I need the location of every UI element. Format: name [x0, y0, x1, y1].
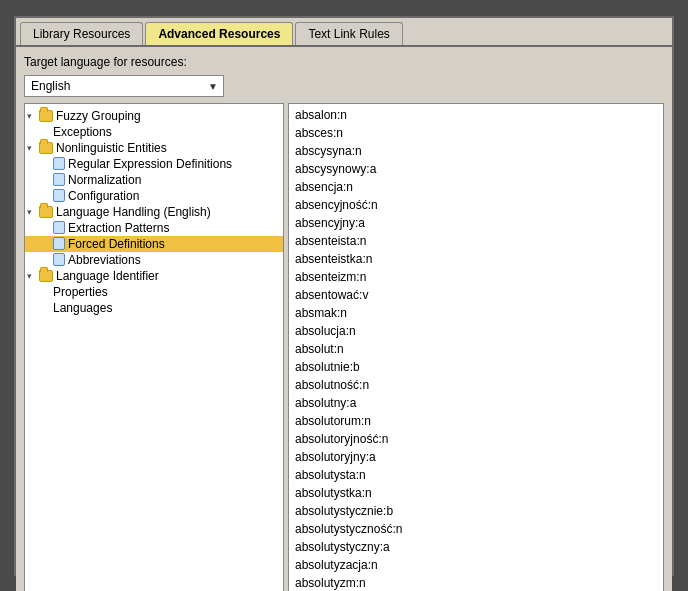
folder-icon-langident — [39, 270, 53, 282]
tree-item-fuzzy[interactable]: ▾ Fuzzy Grouping — [25, 108, 283, 124]
language-select-row: English ▼ — [24, 75, 664, 97]
doc-icon-abbrev — [53, 253, 65, 266]
list-item: absenteistka:n — [293, 250, 659, 268]
list-item: absolut:n — [293, 340, 659, 358]
tree-item-nonling[interactable]: ▾ Nonlinguistic Entities — [25, 140, 283, 156]
tab-textlink[interactable]: Text Link Rules — [295, 22, 402, 45]
list-item: absolutystka:n — [293, 484, 659, 502]
list-item: absencyjność:n — [293, 196, 659, 214]
tree-item-langident[interactable]: ▾ Language Identifier — [25, 268, 283, 284]
list-item: absolutystyczność:n — [293, 520, 659, 538]
doc-icon-config — [53, 189, 65, 202]
list-item: absolutystycznie:b — [293, 502, 659, 520]
tree-item-abbrev[interactable]: Abbreviations — [25, 252, 283, 268]
doc-icon-extraction — [53, 221, 65, 234]
tree-item-langhandling[interactable]: ▾ Language Handling (English) — [25, 204, 283, 220]
language-select[interactable]: English — [24, 75, 224, 97]
tree-label-regex: Regular Expression Definitions — [68, 157, 232, 171]
tree-label-extraction: Extraction Patterns — [68, 221, 169, 235]
list-item: abscysyna:n — [293, 142, 659, 160]
folder-icon-fuzzy — [39, 110, 53, 122]
language-label: Target language for resources: — [24, 55, 187, 69]
doc-icon-regex — [53, 157, 65, 170]
list-item: absolutyzacja:n — [293, 556, 659, 574]
tree-label-properties: Properties — [53, 285, 108, 299]
tree-label-config: Configuration — [68, 189, 139, 203]
tree-item-extraction[interactable]: Extraction Patterns — [25, 220, 283, 236]
word-list-panel[interactable]: absalon:nabsces:nabscysyna:nabscysynowy:… — [288, 103, 664, 592]
list-item: absolutoryjny:a — [293, 448, 659, 466]
list-item: absenteista:n — [293, 232, 659, 250]
list-item: absentować:v — [293, 286, 659, 304]
list-item: absolutorum:n — [293, 412, 659, 430]
expand-icon-langhandling: ▾ — [27, 207, 37, 217]
tab-bar: Library Resources Advanced Resources Tex… — [16, 18, 672, 47]
tree-label-langident: Language Identifier — [56, 269, 159, 283]
tree-label-forced: Forced Definitions — [68, 237, 165, 251]
tree-label-abbrev: Abbreviations — [68, 253, 141, 267]
tree-item-properties[interactable]: Properties — [25, 284, 283, 300]
folder-icon-langhandling — [39, 206, 53, 218]
tree-label-exceptions: Exceptions — [53, 125, 112, 139]
list-item: absolutność:n — [293, 376, 659, 394]
main-window: Library Resources Advanced Resources Tex… — [14, 16, 674, 576]
list-item: absolutny:a — [293, 394, 659, 412]
word-list: absalon:nabsces:nabscysyna:nabscysynowy:… — [293, 106, 659, 592]
tree-item-norm[interactable]: Normalization — [25, 172, 283, 188]
list-item: absolutysta:n — [293, 466, 659, 484]
tab-library[interactable]: Library Resources — [20, 22, 143, 45]
list-item: absolutoryjność:n — [293, 430, 659, 448]
list-item: absalon:n — [293, 106, 659, 124]
tree-panel[interactable]: ▾ Fuzzy Grouping Exceptions ▾ Nonlinguis… — [24, 103, 284, 592]
main-panel: ▾ Fuzzy Grouping Exceptions ▾ Nonlinguis… — [24, 103, 664, 592]
tree-label-languages: Languages — [53, 301, 112, 315]
tree-item-regex[interactable]: Regular Expression Definitions — [25, 156, 283, 172]
resource-tree: ▾ Fuzzy Grouping Exceptions ▾ Nonlinguis… — [25, 104, 283, 320]
list-item: abscysynowy:a — [293, 160, 659, 178]
language-select-wrapper: English ▼ — [24, 75, 224, 97]
tab-advanced[interactable]: Advanced Resources — [145, 22, 293, 45]
tree-item-exceptions[interactable]: Exceptions — [25, 124, 283, 140]
tree-label-nonling: Nonlinguistic Entities — [56, 141, 167, 155]
tree-item-forced[interactable]: Forced Definitions — [25, 236, 283, 252]
list-item: absencja:n — [293, 178, 659, 196]
list-item: absolucja:n — [293, 322, 659, 340]
expand-icon-langident: ▾ — [27, 271, 37, 281]
tree-item-config[interactable]: Configuration — [25, 188, 283, 204]
tree-item-languages[interactable]: Languages — [25, 300, 283, 316]
list-item: absmak:n — [293, 304, 659, 322]
list-item: absencyjny:a — [293, 214, 659, 232]
list-item: absces:n — [293, 124, 659, 142]
language-row: Target language for resources: — [24, 55, 664, 69]
content-area: Target language for resources: English ▼… — [16, 47, 672, 592]
folder-icon-nonling — [39, 142, 53, 154]
doc-icon-norm — [53, 173, 65, 186]
tree-label-norm: Normalization — [68, 173, 141, 187]
doc-icon-forced — [53, 237, 65, 250]
list-item: absolutyzm:n — [293, 574, 659, 592]
list-item: absenteizm:n — [293, 268, 659, 286]
expand-icon-fuzzy: ▾ — [27, 111, 37, 121]
expand-icon-nonling: ▾ — [27, 143, 37, 153]
tree-label-fuzzy: Fuzzy Grouping — [56, 109, 141, 123]
list-item: absolutnie:b — [293, 358, 659, 376]
list-item: absolutystyczny:a — [293, 538, 659, 556]
tree-label-langhandling: Language Handling (English) — [56, 205, 211, 219]
